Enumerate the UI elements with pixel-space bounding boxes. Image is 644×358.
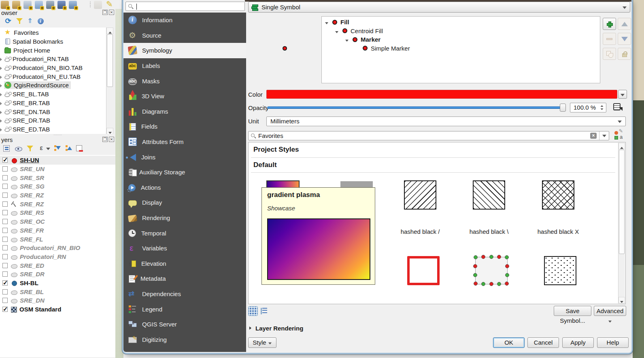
tab-variables[interactable]: Variables (123, 241, 246, 256)
layer-checkbox[interactable] (2, 175, 8, 180)
tab-masks[interactable]: Masks (123, 73, 246, 89)
collapse-all-icon[interactable] (26, 17, 34, 25)
layer-item[interactable]: SRE_FR (0, 226, 115, 235)
tab-legend[interactable]: Legend (123, 301, 246, 317)
layer-checkbox[interactable] (2, 184, 8, 189)
options-search-input[interactable] (125, 2, 245, 11)
scrollbar-thumb[interactable] (107, 34, 113, 87)
map-canvas-strip[interactable] (633, 0, 644, 358)
expander-icon[interactable] (0, 111, 2, 114)
browser-item[interactable]: SRE_DN.TAB (0, 107, 106, 116)
browser-item[interactable]: Project Home (0, 46, 106, 55)
tab-temporal[interactable]: Temporal (123, 225, 246, 241)
layer-checkbox[interactable] (2, 298, 8, 303)
close-panel-icon[interactable]: ✕ (109, 10, 114, 15)
add-symbol-layer-button[interactable] (603, 18, 616, 30)
symbol-tree-item[interactable]: Marker (322, 35, 600, 44)
spin-down-icon[interactable] (601, 108, 604, 110)
tab-display[interactable]: Display (123, 195, 246, 210)
symbol-tree-item[interactable]: Centroid Fill (322, 27, 600, 36)
new-layer-icon[interactable]: ✱ (35, 1, 43, 9)
layer-checkbox[interactable] (2, 228, 8, 233)
symbol-red-outline[interactable] (407, 256, 440, 285)
tab-elevation[interactable]: Elevation (123, 256, 246, 271)
tab-source[interactable]: Source (123, 28, 246, 43)
tab-qgis-server[interactable]: QGIS Server (123, 317, 246, 332)
advanced-button[interactable]: Advanced (594, 306, 626, 316)
layer-checkbox[interactable] (2, 280, 8, 286)
opacity-spinbox[interactable]: 100.0 % (570, 103, 606, 112)
tab-diagrams[interactable]: Diagrams (123, 104, 246, 119)
layer-item[interactable]: SRE_OC (0, 217, 115, 226)
layer-item[interactable]: SRE_BL (0, 287, 115, 296)
tab-fields[interactable]: Fields (123, 119, 246, 134)
expand-all-icon[interactable] (53, 144, 62, 153)
layer-item[interactable]: SH-UN (0, 156, 115, 165)
scrollbar-thumb[interactable] (619, 150, 625, 254)
new-layer-icon[interactable]: ✱ (23, 1, 32, 9)
list-view-button[interactable] (259, 306, 269, 316)
symbol-hashed-x[interactable] (542, 180, 574, 210)
move-down-button[interactable] (618, 33, 631, 45)
expander-icon[interactable] (0, 93, 2, 96)
scroll-down-icon[interactable] (618, 297, 625, 303)
tab-actions[interactable]: Actions (123, 180, 246, 195)
layer-item[interactable]: OSM Standard (0, 305, 115, 314)
expander-icon[interactable] (0, 102, 2, 105)
float-panel-icon[interactable]: ❐ (102, 10, 108, 15)
tab-information[interactable]: Information (123, 13, 246, 28)
layer-item[interactable]: Producatori_RN_BIO (0, 244, 115, 252)
expander-icon[interactable] (335, 31, 338, 33)
layer-item[interactable]: SRE_FL (0, 235, 115, 244)
layer-item[interactable]: SRE_UN (0, 165, 115, 174)
style-menu-button[interactable]: Style (248, 337, 276, 348)
expander-icon[interactable] (0, 76, 2, 79)
browser-scrollbar[interactable] (106, 28, 113, 134)
expander-icon[interactable] (0, 58, 2, 61)
layer-checkbox[interactable] (2, 263, 8, 268)
scroll-up-icon[interactable] (106, 28, 113, 34)
expander-icon[interactable] (0, 84, 2, 87)
layer-item[interactable]: Producatori_RN (0, 252, 115, 261)
browser-item[interactable]: SRE_ED.TAB (0, 125, 106, 134)
layer-checkbox[interactable] (2, 193, 8, 198)
layer-checkbox[interactable] (2, 245, 8, 250)
float-panel-icon[interactable]: ❐ (102, 137, 108, 142)
filter-icon[interactable] (15, 17, 23, 25)
collapse-all-icon[interactable] (65, 144, 73, 153)
remove-symbol-layer-button[interactable] (603, 33, 616, 45)
tab-3d-view[interactable]: 3D View (123, 89, 246, 104)
layer-checkbox[interactable] (2, 254, 8, 259)
expander-icon[interactable] (0, 67, 2, 70)
new-layer-icon[interactable]: ✱ (69, 1, 77, 9)
renderer-dropdown[interactable]: Single Symbol (248, 2, 630, 13)
layer-checkbox[interactable] (2, 307, 8, 312)
collapse-arrow-icon[interactable] (249, 326, 251, 330)
tab-joins[interactable]: Joins (123, 149, 246, 165)
symbol-tree-item[interactable]: Fill (322, 18, 600, 27)
expander-icon[interactable] (325, 22, 328, 24)
layer-checkbox[interactable] (2, 271, 8, 277)
expander-icon[interactable] (0, 119, 2, 123)
symbol-dotted[interactable] (544, 256, 576, 285)
browser-item[interactable]: Favorites (0, 28, 106, 37)
tab-rendering[interactable]: Rendering (123, 210, 246, 226)
duplicate-button[interactable] (603, 48, 616, 60)
new-layer-icon[interactable]: ✱ (46, 1, 54, 9)
layer-rendering-label[interactable]: Layer Rendering (255, 325, 303, 332)
tab-symbology[interactable]: Symbology (123, 43, 246, 58)
new-layer-icon[interactable]: ✱ (57, 1, 66, 9)
map-canvas-strip[interactable] (115, 9, 123, 358)
save-symbol-button[interactable]: Save Symbol... (554, 306, 591, 316)
color-button[interactable] (266, 90, 617, 99)
symbol-marker-border[interactable] (474, 255, 509, 286)
layer-item[interactable]: SRE_RZ (0, 199, 115, 208)
apply-button[interactable]: Apply (562, 337, 594, 348)
style-search-input[interactable]: Favorites × (248, 131, 609, 140)
move-up-button[interactable] (618, 18, 631, 30)
layer-checkbox[interactable] (2, 210, 8, 215)
browser-item[interactable]: SRE_BL.TAB (0, 90, 106, 99)
layer-checkbox[interactable] (2, 166, 8, 172)
lock-button[interactable] (618, 48, 631, 60)
layer-checkbox[interactable] (2, 201, 8, 207)
